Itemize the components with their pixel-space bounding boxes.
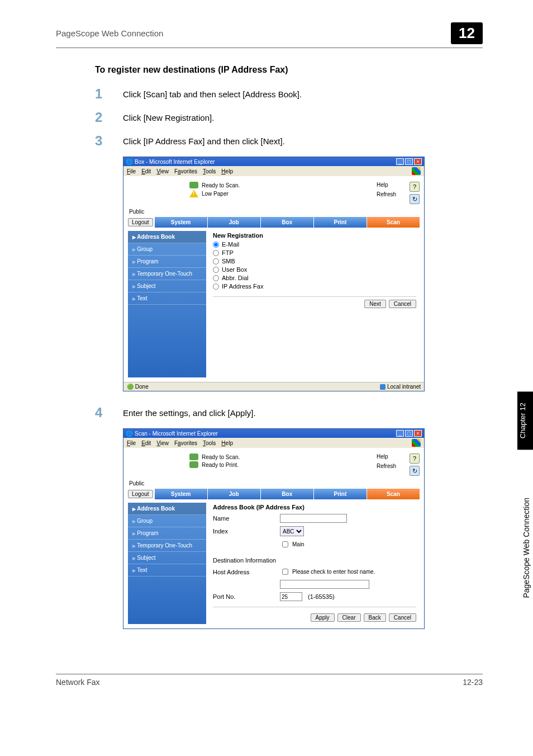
sidebar-text[interactable]: Text bbox=[128, 564, 206, 577]
step-3-text: Click [IP Address Fax] and then click [N… bbox=[123, 133, 285, 146]
tab-box[interactable]: Box bbox=[260, 217, 313, 228]
tab-scan[interactable]: Scan bbox=[367, 489, 420, 499]
main-checkbox[interactable] bbox=[282, 541, 288, 547]
minimize-button[interactable]: _ bbox=[396, 430, 404, 437]
sidebar-group[interactable]: Group bbox=[128, 515, 206, 527]
logout-button[interactable]: Logout bbox=[128, 218, 153, 226]
menu-edit[interactable]: Edit bbox=[141, 440, 151, 446]
hostname-checkbox-label: Please check to enter host name. bbox=[292, 569, 375, 575]
sidebar-address-book[interactable]: Address Book bbox=[128, 503, 206, 515]
public-label: Public bbox=[129, 209, 420, 215]
tab-system[interactable]: System bbox=[154, 217, 207, 228]
name-label: Name bbox=[213, 515, 274, 522]
sidebar-subject[interactable]: Subject bbox=[128, 552, 206, 564]
radio-ipfax[interactable] bbox=[213, 284, 219, 290]
sidebar-program[interactable]: Program bbox=[128, 256, 206, 268]
help-button[interactable]: ? bbox=[410, 453, 420, 464]
help-label: Help bbox=[377, 453, 396, 460]
ie-logo-icon bbox=[412, 439, 421, 447]
sidebar-group[interactable]: Group bbox=[128, 243, 206, 256]
menu-help[interactable]: Help bbox=[221, 440, 233, 446]
tab-system[interactable]: System bbox=[154, 489, 207, 499]
maximize-button[interactable]: □ bbox=[405, 158, 413, 165]
menu-tools[interactable]: Tools bbox=[203, 168, 216, 174]
logout-button[interactable]: Logout bbox=[128, 490, 153, 498]
clear-button[interactable]: Clear bbox=[337, 613, 361, 622]
close-button[interactable]: × bbox=[414, 158, 422, 165]
menu-view[interactable]: View bbox=[156, 168, 169, 174]
port-input[interactable] bbox=[280, 592, 302, 601]
scanner-ok-icon bbox=[189, 453, 198, 460]
index-select[interactable]: ABC bbox=[280, 526, 304, 536]
next-button[interactable]: Next bbox=[364, 300, 386, 308]
menubar: File Edit View Favorites Tools Help bbox=[123, 438, 424, 448]
tab-job[interactable]: Job bbox=[207, 489, 260, 499]
name-input[interactable] bbox=[280, 514, 347, 523]
sidebar-temporary-one-touch[interactable]: Temporary One-Touch bbox=[128, 540, 206, 552]
refresh-button[interactable]: ↻ bbox=[410, 466, 420, 476]
host-address-label: Host Address bbox=[213, 569, 274, 575]
sidebar-subject[interactable]: Subject bbox=[128, 280, 206, 292]
menu-file[interactable]: File bbox=[127, 168, 136, 174]
ie-icon: 🌐 bbox=[126, 159, 132, 165]
tab-scan[interactable]: Scan bbox=[367, 217, 420, 228]
help-button[interactable]: ? bbox=[410, 182, 420, 192]
sidebar-program[interactable]: Program bbox=[128, 527, 206, 540]
sidebar-text[interactable]: Text bbox=[128, 292, 206, 305]
menu-favorites[interactable]: Favorites bbox=[174, 440, 197, 446]
refresh-button[interactable]: ↻ bbox=[410, 194, 420, 204]
status-done: 🟢 Done bbox=[127, 384, 149, 390]
side-section-label: PageScope Web Connection bbox=[522, 498, 531, 598]
status-low-paper: Low Paper bbox=[202, 191, 229, 197]
menubar: File Edit View Favorites Tools Help bbox=[123, 166, 424, 176]
close-button[interactable]: × bbox=[414, 430, 422, 437]
minimize-button[interactable]: _ bbox=[396, 158, 404, 165]
radio-ftp[interactable] bbox=[213, 250, 219, 256]
sidebar-temporary-one-touch[interactable]: Temporary One-Touch bbox=[128, 268, 206, 280]
new-registration-title: New Registration bbox=[213, 232, 416, 239]
radio-ftp-label: FTP bbox=[222, 249, 234, 256]
menu-favorites[interactable]: Favorites bbox=[174, 168, 197, 174]
menu-view[interactable]: View bbox=[156, 440, 169, 446]
menu-edit[interactable]: Edit bbox=[141, 168, 151, 174]
cancel-button[interactable]: Cancel bbox=[389, 613, 416, 622]
section-heading: To register new destinations (IP Address… bbox=[95, 65, 483, 75]
side-menu: Address Book Group Program Temporary One… bbox=[128, 503, 206, 624]
step-1-number: 1 bbox=[95, 86, 123, 102]
radio-smb-label: SMB bbox=[222, 258, 235, 264]
hostname-checkbox[interactable] bbox=[282, 569, 288, 575]
page-header-title: PageScope Web Connection bbox=[56, 29, 163, 38]
help-label: Help bbox=[377, 182, 396, 188]
window-title: Box - Microsoft Internet Explorer bbox=[135, 159, 215, 165]
step-4-number: 4 bbox=[95, 405, 123, 420]
public-label: Public bbox=[129, 480, 420, 486]
status-ready-scan: Ready to Scan. bbox=[202, 454, 240, 460]
step-2-text: Click [New Registration]. bbox=[123, 110, 214, 122]
host-address-input[interactable] bbox=[280, 580, 369, 589]
tab-print[interactable]: Print bbox=[313, 489, 367, 499]
status-ready-print: Ready to Print. bbox=[202, 462, 239, 468]
maximize-button[interactable]: □ bbox=[405, 430, 413, 437]
tab-job[interactable]: Job bbox=[207, 217, 260, 228]
menu-tools[interactable]: Tools bbox=[203, 440, 216, 446]
warning-icon bbox=[189, 190, 198, 197]
radio-smb[interactable] bbox=[213, 258, 219, 264]
tab-print[interactable]: Print bbox=[313, 217, 367, 228]
menu-help[interactable]: Help bbox=[221, 168, 233, 174]
cancel-button[interactable]: Cancel bbox=[389, 300, 416, 308]
index-label: Index bbox=[213, 528, 274, 535]
radio-abbr[interactable] bbox=[213, 275, 219, 281]
destination-info-title: Destination Information bbox=[213, 557, 416, 564]
apply-button[interactable]: Apply bbox=[311, 613, 335, 622]
printer-ok-icon bbox=[189, 461, 198, 468]
scanner-ok-icon bbox=[189, 182, 198, 188]
status-ready-scan: Ready to Scan. bbox=[202, 182, 240, 188]
back-button[interactable]: Back bbox=[364, 613, 386, 622]
ie-logo-icon bbox=[412, 167, 421, 175]
ie-icon: 🌐 bbox=[126, 431, 132, 437]
tab-box[interactable]: Box bbox=[260, 489, 313, 499]
menu-file[interactable]: File bbox=[127, 440, 136, 446]
radio-userbox[interactable] bbox=[213, 267, 219, 273]
radio-email[interactable] bbox=[213, 242, 219, 248]
sidebar-address-book[interactable]: Address Book bbox=[128, 231, 206, 243]
